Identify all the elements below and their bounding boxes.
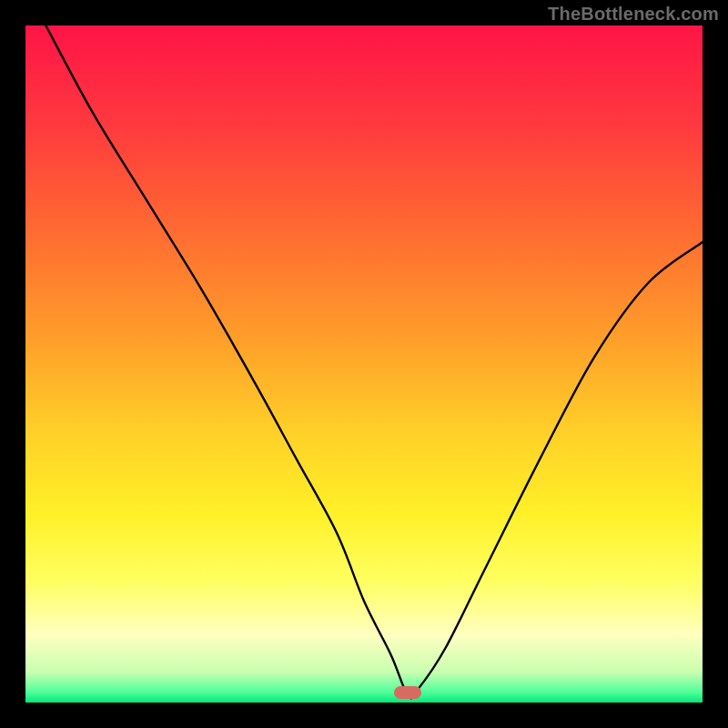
chart-frame: TheBottleneck.com (0, 0, 728, 728)
plot-area (25, 25, 703, 703)
background-gradient (25, 25, 703, 703)
svg-rect-0 (25, 25, 703, 703)
watermark-text: TheBottleneck.com (548, 4, 719, 25)
optimum-marker (394, 686, 421, 699)
